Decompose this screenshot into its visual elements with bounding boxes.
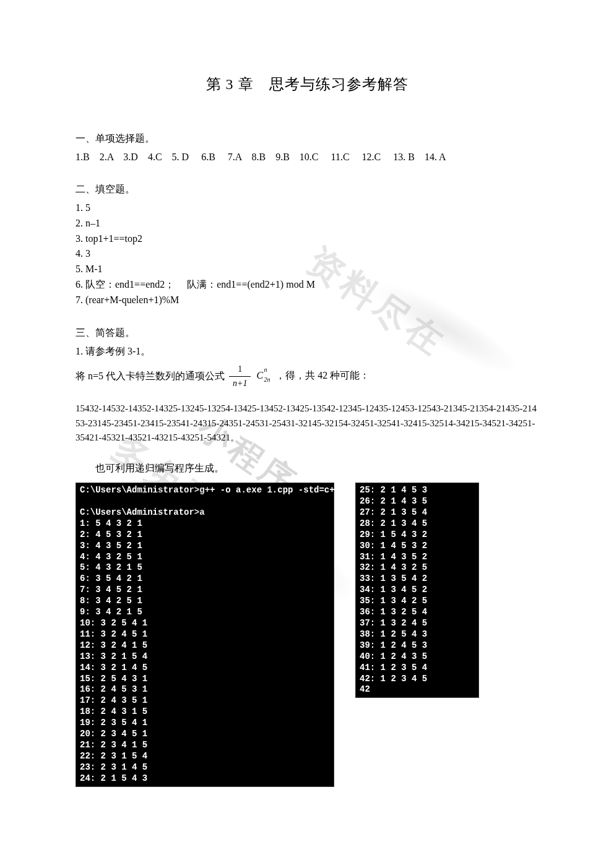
blank-5: 5. M-1 — [76, 262, 538, 277]
binomial-symbol: C n 2n — [256, 367, 263, 384]
section-2-label: 二、填空题。 — [76, 182, 538, 197]
blank-4: 4. 3 — [76, 246, 538, 262]
terminal-output-left: C:\Users\Administrator>g++ -o a.exe 1.cp… — [76, 483, 334, 786]
blank-2: 2. n–1 — [76, 216, 538, 231]
formula-suffix: ，得，共 42 种可能： — [267, 370, 370, 380]
permutation-list: 15432-14532-14352-14325-13245-13254-1342… — [76, 402, 538, 445]
fill-blank-answers: 1. 5 2. n–1 3. top1+1==top2 4. 3 5. M-1 … — [76, 200, 538, 308]
fraction-denominator: n+1 — [229, 377, 251, 390]
blank-7: 7. (rear+M-quelen+1)%M — [76, 293, 538, 308]
section-3-label: 三、简答题。 — [76, 325, 538, 340]
section-1-label: 一、单项选择题。 — [76, 131, 538, 146]
fraction-numerator: 1 — [229, 363, 251, 377]
short-answer-1: 1. 请参考例 3-1。 — [76, 344, 538, 359]
blank-1: 1. 5 — [76, 200, 538, 216]
blank-6: 6. 队空：end1==end2； 队满：end1==(end2+1) mod … — [76, 277, 538, 293]
terminal-row: C:\Users\Administrator>g++ -o a.exe 1.cp… — [76, 483, 538, 786]
c-superscript: n — [264, 365, 267, 375]
catalan-formula-line: 将 n=5 代入卡特兰数列的通项公式 1 n+1 C n 2n ，得，共 42 … — [76, 363, 538, 391]
c-base: C — [256, 370, 263, 380]
formula-prefix: 将 n=5 代入卡特兰数列的通项公式 — [76, 370, 225, 380]
page: 资料尽在 多免费课后 小程序 第 3 章 思考与练习参考解答 一、单项选择题。 … — [0, 0, 614, 868]
c-subscript: 2n — [264, 375, 270, 385]
terminal-output-right: 25: 2 1 4 5 3 26: 2 1 4 3 5 27: 2 1 3 5 … — [355, 483, 479, 698]
fraction: 1 n+1 — [229, 363, 251, 391]
blank-3: 3. top1+1==top2 — [76, 231, 538, 247]
page-title: 第 3 章 思考与练习参考解答 — [76, 74, 538, 94]
multiple-choice-answers: 1.B 2.A 3.D 4.C 5. D 6.B 7.A 8.B 9.B 10.… — [76, 150, 538, 165]
recursion-note: 也可利用递归编写程序生成。 — [95, 462, 538, 475]
